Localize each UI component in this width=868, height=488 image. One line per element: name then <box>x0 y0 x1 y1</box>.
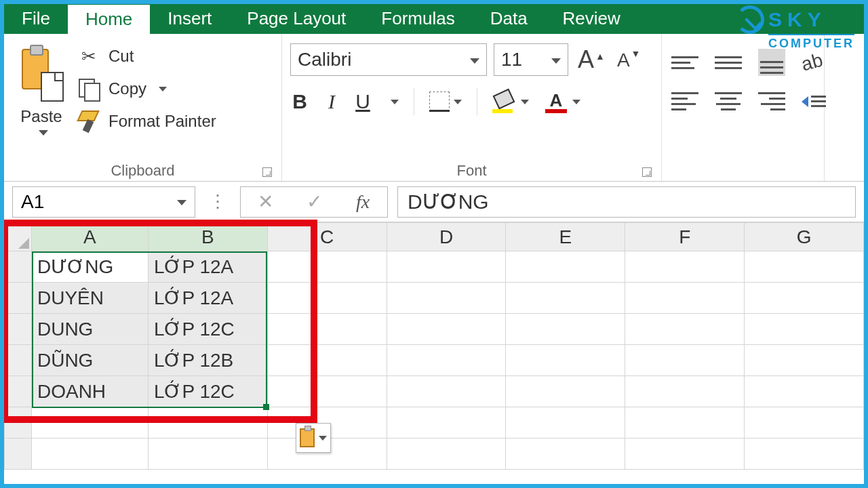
tab-file[interactable]: File <box>4 4 68 34</box>
paste-options-button[interactable] <box>296 423 331 453</box>
cell-E6[interactable] <box>506 407 625 439</box>
col-header-E[interactable]: E <box>506 223 625 251</box>
cell-B5[interactable]: LỚP 12C <box>148 376 267 407</box>
underline-dropdown[interactable] <box>391 100 399 104</box>
cell-D5[interactable] <box>387 376 506 407</box>
align-right-button[interactable] <box>758 92 785 110</box>
cell-D2[interactable] <box>387 283 506 314</box>
cell-A2[interactable]: DUYÊN <box>31 283 148 314</box>
underline-button[interactable]: U <box>354 90 372 113</box>
cell-E5[interactable] <box>506 376 625 407</box>
cell-A6[interactable] <box>31 407 148 439</box>
cell-F5[interactable] <box>625 376 745 407</box>
increase-font-button[interactable]: A▲ <box>575 45 608 74</box>
cell-A3[interactable]: DUNG <box>31 314 148 345</box>
col-header-B[interactable]: B <box>148 223 267 251</box>
row-header[interactable] <box>5 439 32 470</box>
align-left-button[interactable] <box>671 92 698 110</box>
name-box-more[interactable]: ⋮ <box>205 191 231 212</box>
cell-F7[interactable] <box>625 439 745 470</box>
col-header-A[interactable]: A <box>31 223 148 251</box>
cancel-button[interactable] <box>241 187 290 217</box>
cell-B6[interactable] <box>148 407 267 439</box>
row-header[interactable] <box>5 345 32 376</box>
cell-D1[interactable] <box>387 251 506 283</box>
cell-C4[interactable] <box>267 345 387 376</box>
clipboard-launcher[interactable] <box>262 167 272 177</box>
row-header[interactable] <box>5 407 32 439</box>
cell-B2[interactable]: LỚP 12A <box>148 283 267 314</box>
bold-button[interactable]: B <box>290 90 309 113</box>
cut-button[interactable]: Cut <box>77 45 216 68</box>
align-top-button[interactable] <box>671 56 698 69</box>
fx-button[interactable]: fx <box>338 187 387 217</box>
cell-C5[interactable] <box>267 376 387 407</box>
cell-F6[interactable] <box>625 407 745 439</box>
cell-F4[interactable] <box>625 345 745 376</box>
paste-button[interactable]: Paste <box>11 107 72 126</box>
format-painter-button[interactable]: Format Painter <box>77 110 216 133</box>
tab-home[interactable]: Home <box>68 4 150 34</box>
copy-button[interactable]: Copy <box>77 77 216 100</box>
cell-E4[interactable] <box>506 345 625 376</box>
cell-D7[interactable] <box>387 439 506 470</box>
cell-A1[interactable]: DƯƠNG <box>31 251 148 283</box>
cell-C1[interactable] <box>267 251 387 283</box>
cell-G7[interactable] <box>745 439 864 470</box>
font-name-combo[interactable]: Calibri <box>290 43 487 76</box>
row-header[interactable] <box>5 376 32 407</box>
align-middle-button[interactable] <box>715 49 742 76</box>
font-launcher[interactable] <box>642 167 652 177</box>
font-color-button[interactable]: A <box>544 90 580 113</box>
cell-B1[interactable]: LỚP 12A <box>148 251 267 283</box>
italic-button[interactable]: I <box>324 90 339 113</box>
cell-E3[interactable] <box>506 314 625 345</box>
row-header[interactable] <box>5 251 32 283</box>
enter-button[interactable] <box>290 187 338 217</box>
row-header[interactable] <box>5 314 32 345</box>
font-size-combo[interactable]: 11 <box>494 43 568 76</box>
cell-E7[interactable] <box>506 439 625 470</box>
tab-review[interactable]: Review <box>545 4 638 34</box>
decrease-indent-button[interactable] <box>802 96 826 107</box>
cell-A7[interactable] <box>31 439 148 470</box>
cell-D4[interactable] <box>387 345 506 376</box>
cell-G6[interactable] <box>745 407 864 439</box>
cell-G5[interactable] <box>745 376 864 407</box>
copy-dropdown[interactable] <box>159 87 167 92</box>
cell-G3[interactable] <box>745 314 864 345</box>
cell-D6[interactable] <box>387 407 506 439</box>
tab-insert[interactable]: Insert <box>150 4 229 34</box>
formula-input[interactable]: DƯƠNG <box>397 186 856 218</box>
row-header[interactable] <box>5 283 32 314</box>
tab-data[interactable]: Data <box>473 4 545 34</box>
cell-A5[interactable]: DOANH <box>31 376 148 407</box>
cell-G4[interactable] <box>745 345 864 376</box>
fill-color-button[interactable] <box>492 90 529 113</box>
align-center-button[interactable] <box>715 92 742 110</box>
borders-button[interactable] <box>429 92 462 112</box>
cell-C3[interactable] <box>267 314 387 345</box>
cell-E2[interactable] <box>506 283 625 314</box>
cell-B7[interactable] <box>148 439 267 470</box>
cell-B4[interactable]: LỚP 12B <box>148 345 267 376</box>
cell-A4[interactable]: DŨNG <box>31 345 148 376</box>
paste-icon[interactable] <box>18 43 65 103</box>
tab-formulas[interactable]: Formulas <box>363 4 472 34</box>
orientation-button[interactable]: ab <box>802 52 823 73</box>
decrease-font-button[interactable]: A▼ <box>614 48 644 71</box>
name-box[interactable]: A1 <box>12 186 195 218</box>
cell-C2[interactable] <box>267 283 387 314</box>
cell-G1[interactable] <box>745 251 864 283</box>
col-header-C[interactable]: C <box>267 223 387 251</box>
cell-E1[interactable] <box>506 251 625 283</box>
align-bottom-button[interactable] <box>758 49 785 76</box>
select-all-corner[interactable] <box>5 223 32 251</box>
col-header-G[interactable]: G <box>745 223 864 251</box>
cell-B3[interactable]: LỚP 12C <box>148 314 267 345</box>
cell-D3[interactable] <box>387 314 506 345</box>
tab-pagelayout[interactable]: Page Layout <box>229 4 363 34</box>
col-header-D[interactable]: D <box>387 223 506 251</box>
cell-F1[interactable] <box>625 251 745 283</box>
cell-F2[interactable] <box>625 283 745 314</box>
